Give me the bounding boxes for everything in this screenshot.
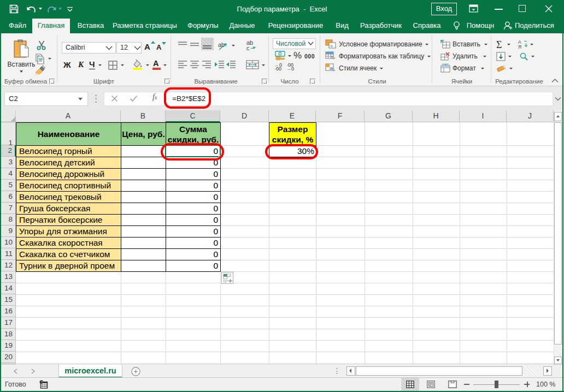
svg-text:Я: Я bbox=[518, 44, 521, 49]
svg-text:=: = bbox=[330, 43, 333, 49]
svg-text:c: c bbox=[246, 45, 250, 51]
svg-text:ab: ab bbox=[218, 41, 225, 48]
